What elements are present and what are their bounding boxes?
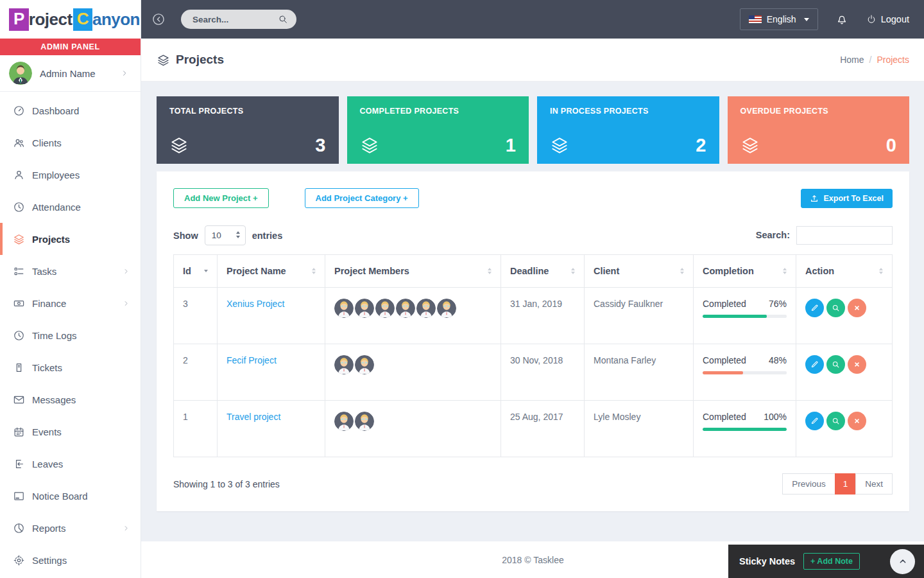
member-avatar (334, 299, 354, 318)
cell-id: 1 (174, 401, 218, 457)
layers-icon (169, 136, 189, 155)
sidebar-item-tasks[interactable]: Tasks (0, 255, 141, 287)
pagination-page-1[interactable]: 1 (835, 473, 857, 495)
member-avatar (437, 299, 456, 318)
projects-table: Id Project Name Project Members Deadline… (173, 254, 893, 457)
add-project-category-button[interactable]: Add Project Category + (305, 188, 419, 208)
column-header-completion[interactable]: Completion (694, 255, 796, 288)
entries-label: entries (252, 231, 283, 241)
chevron-right-icon (122, 299, 130, 308)
sidebar: ProjectCanyon ADMIN PANEL Admin Name Das… (0, 0, 141, 578)
sidebar-item-settings[interactable]: Settings (0, 544, 141, 576)
logout-button[interactable]: Logout (866, 14, 909, 24)
stat-value: 0 (886, 136, 896, 155)
pencil-icon (810, 417, 819, 425)
table-search-input[interactable] (796, 226, 893, 245)
edit-button[interactable] (805, 412, 824, 430)
layers-icon (157, 53, 170, 67)
sticky-notes-title: Sticky Notes (739, 556, 795, 566)
sidebar-item-leaves[interactable]: Leaves (0, 448, 141, 480)
add-note-button[interactable]: + Add Note (803, 553, 860, 570)
notifications-bell-icon[interactable] (835, 13, 848, 26)
add-new-project-button[interactable]: Add New Project + (173, 188, 269, 208)
project-link[interactable]: Fecif Project (227, 355, 277, 365)
member-avatar (375, 299, 395, 318)
sidebar-item-tickets[interactable]: Tickets (0, 351, 141, 383)
sidebar-item-projects[interactable]: Projects (0, 223, 141, 255)
sidebar-user-menu[interactable]: Admin Name (0, 55, 141, 92)
stat-value: 1 (506, 136, 516, 155)
pagination-next[interactable]: Next (855, 473, 893, 495)
column-header-client[interactable]: Client (585, 255, 694, 288)
page-length-select[interactable]: 10 (205, 225, 246, 245)
export-to-excel-button[interactable]: Export To Excel (801, 189, 893, 208)
language-label: English (767, 14, 796, 24)
delete-button[interactable] (848, 355, 866, 374)
breadcrumb-home-link[interactable]: Home (840, 55, 864, 65)
sidebar-item-notice-board[interactable]: Notice Board (0, 480, 141, 512)
cell-client: Lyle Mosley (585, 401, 694, 457)
view-button[interactable] (826, 412, 845, 430)
language-selector[interactable]: English (740, 8, 818, 30)
column-header-project-members[interactable]: Project Members (325, 255, 501, 288)
edit-button[interactable] (805, 355, 824, 374)
pagination: Previous 1 Next (783, 473, 893, 495)
project-members (334, 299, 492, 318)
user-name: Admin Name (40, 68, 120, 79)
search-icon (832, 417, 840, 425)
delete-button[interactable] (848, 412, 866, 430)
sidebar-item-employees[interactable]: Employees (0, 159, 141, 191)
cell-deadline: 30 Nov, 2018 (501, 344, 585, 401)
edit-button[interactable] (805, 299, 824, 317)
column-header-action[interactable]: Action (796, 255, 893, 288)
layers-icon (360, 136, 379, 155)
member-avatar (334, 412, 354, 431)
table-header-row: Id Project Name Project Members Deadline… (174, 255, 893, 288)
sidebar-item-clients[interactable]: Clients (0, 127, 141, 159)
global-search-input[interactable] (193, 15, 278, 24)
breadcrumb-separator: / (869, 55, 872, 65)
sidebar-item-events[interactable]: Events (0, 416, 141, 448)
sidebar-item-dashboard[interactable]: Dashboard (0, 94, 141, 127)
completion-percent: 48% (769, 355, 787, 365)
completion-status: Completed (703, 299, 746, 309)
project-link[interactable]: Travel project (227, 412, 280, 422)
column-header-deadline[interactable]: Deadline (501, 255, 585, 288)
envelope-icon (13, 394, 25, 406)
sidebar-item-attendance[interactable]: Attendance (0, 191, 141, 223)
table-info-text: Showing 1 to 3 of 3 entries (173, 479, 280, 489)
scroll-to-top-button[interactable] (890, 549, 915, 574)
global-search[interactable] (181, 10, 296, 29)
content: TOTAL PROJECTS 3 COMPLETED PROJECTS 1 IN… (141, 82, 924, 578)
view-button[interactable] (826, 299, 845, 317)
admin-panel-banner: ADMIN PANEL (0, 39, 141, 55)
sidebar-item-messages[interactable]: Messages (0, 383, 141, 416)
stat-value: 3 (315, 136, 325, 155)
user-icon (13, 169, 25, 181)
upload-icon (810, 194, 819, 203)
layers-icon (13, 233, 25, 245)
brand-logo[interactable]: ProjectCanyon (0, 0, 141, 39)
cell-client: Montana Farley (585, 344, 694, 401)
caret-down-icon (804, 18, 809, 21)
delete-button[interactable] (848, 299, 866, 317)
column-header-project-name[interactable]: Project Name (218, 255, 325, 288)
column-header-id[interactable]: Id (174, 255, 218, 288)
pagination-previous[interactable]: Previous (782, 473, 835, 495)
chevron-up-icon (898, 556, 908, 566)
stat-card-completed-projects: COMPLETED PROJECTS 1 (347, 96, 529, 164)
sidebar-item-finance[interactable]: Finance (0, 287, 141, 319)
chevron-right-icon (122, 267, 130, 276)
clock-icon (13, 201, 25, 213)
collapse-sidebar-icon[interactable] (151, 12, 166, 26)
view-button[interactable] (826, 355, 845, 374)
sidebar-item-time-logs[interactable]: Time Logs (0, 319, 141, 351)
member-avatar (355, 299, 374, 318)
sidebar-item-reports[interactable]: Reports (0, 512, 141, 544)
ticket-icon (13, 362, 25, 374)
project-link[interactable]: Xenius Project (227, 299, 284, 309)
sort-icon (571, 268, 575, 274)
sort-icon (879, 268, 883, 274)
search-icon[interactable] (278, 14, 288, 24)
logo-letter-p: P (9, 8, 29, 31)
